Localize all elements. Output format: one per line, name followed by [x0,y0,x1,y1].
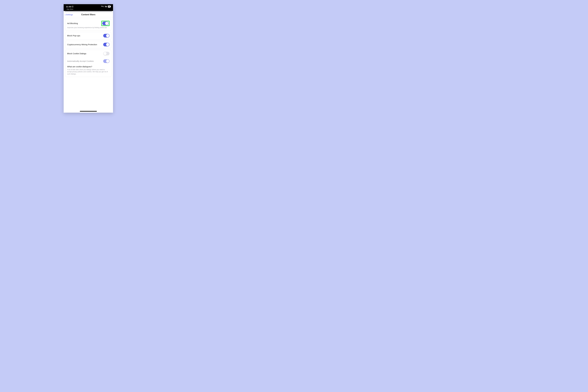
highlight-box [102,21,110,26]
ad-blocking-desc: Improves your browsing experience by lim… [65,26,111,30]
auto-accept-cookies-title: Automatically Accept Cookies [67,60,94,62]
cookie-dialogs-card: Block Cookie Dialogs Automatically Accep… [65,50,112,77]
back-to-app-label: App Store [67,8,73,10]
block-popups-card: Block Pop-ups [65,32,112,40]
ad-blocking-card: Ad Blocking Improves your browsing exper… [65,19,112,30]
sim-card-icon [72,6,73,8]
home-indicator[interactable] [80,111,97,112]
status-bar: 11:03 📶︎ ● 86 ‹ App Store [64,4,113,11]
nav-back-button[interactable]: ‹ Settings [65,12,73,17]
ad-blocking-title: Ad Blocking [67,22,78,24]
ad-blocking-toggle[interactable] [102,22,108,25]
wifi-icon-2: ● [106,6,107,8]
nav-back-label: Settings [66,14,73,16]
phone-frame: 11:03 📶︎ ● 86 ‹ App Store ‹ Settings [64,4,113,113]
nav-bar: ‹ Settings Content filters [64,12,113,17]
settings-sheet: ‹ Settings Content filters Ad Blocking I… [64,12,113,113]
crypto-mining-title: Cryptocurrency Mining Protection [67,44,97,46]
back-to-app[interactable]: ‹ App Store [66,8,111,10]
status-time: 11:03 [66,6,71,8]
block-popups-title: Block Pop-ups [67,34,80,37]
crypto-mining-card: Cryptocurrency Mining Protection [65,41,112,48]
block-cookie-dialogs-title: Block Cookie Dialogs [67,52,86,55]
cookie-info-desc: A lot of web sites show you dialogs wher… [65,68,111,77]
block-cookie-dialogs-toggle[interactable] [103,52,110,56]
chevron-left-icon: ‹ [65,13,66,16]
page-title: Content filters [81,14,96,16]
battery-indicator: 86 [108,6,111,8]
block-popups-toggle[interactable] [103,34,110,38]
status-indicators: 📶︎ ● 86 [101,6,111,8]
cookie-info-title: What are cookie dialogues? [65,65,111,68]
crypto-mining-toggle[interactable] [103,43,110,46]
auto-accept-cookies-toggle[interactable] [103,59,110,63]
cellular-signal-icon [101,6,104,7]
caret-left-icon: ‹ [66,8,66,10]
